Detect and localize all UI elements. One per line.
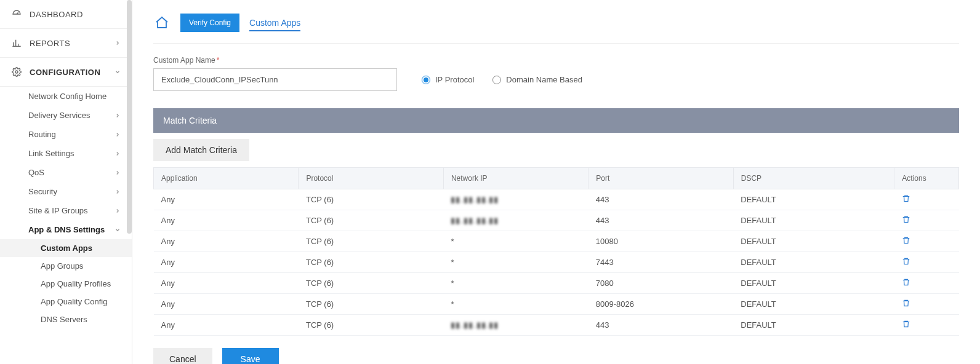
cell-port: 7443 [588, 252, 733, 273]
sidebar-item-label: App & DNS Settings [28, 225, 114, 234]
nav-dashboard[interactable]: DASHBOARD [0, 0, 132, 29]
cell-application: Any [154, 273, 299, 294]
gauge-icon [11, 9, 22, 20]
cell-network-ip: ▮▮.▮▮.▮▮.▮▮ [443, 315, 588, 336]
nav-reports[interactable]: REPORTS [0, 29, 132, 58]
chevron-right-icon [114, 208, 121, 214]
verify-config-button[interactable]: Verify Config [180, 14, 239, 32]
radio-domain-name-based[interactable]: Domain Name Based [492, 75, 582, 84]
custom-app-name-label: Custom App Name* [153, 56, 959, 65]
table-row: AnyTCP (6)*7443DEFAULT [154, 252, 959, 273]
cell-dscp: DEFAULT [733, 273, 894, 294]
delete-row-icon[interactable] [902, 278, 910, 287]
cell-protocol: TCP (6) [299, 294, 443, 315]
sidebar-item-delivery-services[interactable]: Delivery Services [0, 106, 132, 125]
cell-protocol: TCP (6) [299, 231, 443, 252]
sidebar-item-label: Link Settings [28, 149, 114, 158]
delete-row-icon[interactable] [902, 194, 910, 203]
save-button[interactable]: Save [222, 348, 279, 364]
col-application: Application [154, 168, 299, 189]
home-icon[interactable] [153, 14, 171, 31]
delete-row-icon[interactable] [902, 320, 910, 328]
col-port: Port [588, 168, 733, 189]
sidebar-item-label: Routing [28, 130, 114, 139]
cell-protocol: TCP (6) [299, 189, 443, 210]
name-row: IP Protocol Domain Name Based [153, 68, 959, 91]
custom-app-name-input[interactable] [153, 68, 397, 91]
sidebar-subitem-custom-apps[interactable]: Custom Apps [0, 239, 132, 257]
cell-actions [894, 231, 959, 252]
sidebar-item-routing[interactable]: Routing [0, 125, 132, 144]
main-content: Verify Config Custom Apps Custom App Nam… [132, 0, 980, 364]
delete-row-icon[interactable] [902, 215, 910, 224]
cell-dscp: DEFAULT [733, 294, 894, 315]
chevron-right-icon [114, 40, 121, 46]
sidebar-scrollbar[interactable] [127, 0, 132, 234]
cell-port: 7080 [588, 273, 733, 294]
table-row: AnyTCP (6)▮▮.▮▮.▮▮.▮▮443DEFAULT [154, 189, 959, 210]
sidebar-subitem-app-quality-config[interactable]: App Quality Config [0, 293, 132, 311]
sidebar-item-site-ip-groups[interactable]: Site & IP Groups [0, 201, 132, 220]
table-row: AnyTCP (6)▮▮.▮▮.▮▮.▮▮443DEFAULT [154, 210, 959, 231]
breadcrumb-row: Verify Config Custom Apps [153, 14, 959, 44]
nav-dashboard-label: DASHBOARD [30, 10, 121, 19]
nav-reports-label: REPORTS [30, 39, 114, 48]
sidebar-item-network-config-home[interactable]: Network Config Home [0, 87, 132, 106]
sidebar-item-label: Network Config Home [28, 92, 121, 101]
sidebar-item-security[interactable]: Security [0, 182, 132, 201]
cell-actions [894, 273, 959, 294]
cell-port: 443 [588, 189, 733, 210]
chevron-right-icon [114, 170, 121, 176]
cell-dscp: DEFAULT [733, 315, 894, 336]
chevron-down-icon [114, 227, 121, 233]
radio-ip-protocol[interactable]: IP Protocol [422, 75, 474, 84]
sidebar-item-label: Site & IP Groups [28, 206, 114, 215]
breadcrumb-current[interactable]: Custom Apps [249, 14, 300, 31]
chart-icon [11, 38, 22, 49]
cancel-button[interactable]: Cancel [153, 348, 212, 364]
gear-icon [11, 66, 22, 77]
add-match-criteria-button[interactable]: Add Match Criteria [153, 139, 249, 161]
delete-row-icon[interactable] [902, 257, 910, 266]
sidebar-subitem-dns-servers[interactable]: DNS Servers [0, 311, 132, 328]
delete-row-icon[interactable] [902, 236, 910, 245]
cell-application: Any [154, 210, 299, 231]
nav-configuration[interactable]: CONFIGURATION [0, 58, 132, 87]
cell-application: Any [154, 231, 299, 252]
cell-network-ip: * [443, 252, 588, 273]
cell-protocol: TCP (6) [299, 210, 443, 231]
cell-port: 10080 [588, 231, 733, 252]
cell-network-ip: ▮▮.▮▮.▮▮.▮▮ [443, 189, 588, 210]
chevron-right-icon [114, 113, 121, 119]
cell-protocol: TCP (6) [299, 252, 443, 273]
svg-point-0 [15, 71, 18, 73]
cell-actions [894, 189, 959, 210]
sidebar-subitem-app-quality-profiles[interactable]: App Quality Profiles [0, 275, 132, 293]
match-criteria-table: Application Protocol Network IP Port DSC… [153, 167, 959, 336]
col-network-ip: Network IP [443, 168, 588, 189]
protocol-type-radio-group: IP Protocol Domain Name Based [422, 75, 582, 84]
radio-dot-icon [422, 76, 430, 84]
col-actions: Actions [894, 168, 959, 189]
chevron-right-icon [114, 151, 121, 157]
sidebar-subitem-app-groups[interactable]: App Groups [0, 257, 132, 275]
cell-network-ip: * [443, 231, 588, 252]
cell-dscp: DEFAULT [733, 189, 894, 210]
radio-dot-icon [492, 76, 501, 84]
delete-row-icon[interactable] [902, 299, 910, 307]
table-row: AnyTCP (6)▮▮.▮▮.▮▮.▮▮443DEFAULT [154, 315, 959, 336]
nav-configuration-label: CONFIGURATION [30, 68, 114, 77]
sidebar-item-link-settings[interactable]: Link Settings [0, 144, 132, 163]
cell-protocol: TCP (6) [299, 273, 443, 294]
sidebar-item-label: QoS [28, 168, 114, 177]
cell-port: 8009-8026 [588, 294, 733, 315]
chevron-right-icon [114, 189, 121, 195]
cell-actions [894, 315, 959, 336]
sidebar-item-app-dns-settings[interactable]: App & DNS Settings [0, 220, 132, 239]
cell-network-ip: * [443, 294, 588, 315]
sidebar-item-qos[interactable]: QoS [0, 163, 132, 182]
cell-dscp: DEFAULT [733, 231, 894, 252]
radio-domain-label: Domain Name Based [506, 75, 582, 84]
cell-port: 443 [588, 210, 733, 231]
chevron-down-icon [114, 69, 121, 75]
